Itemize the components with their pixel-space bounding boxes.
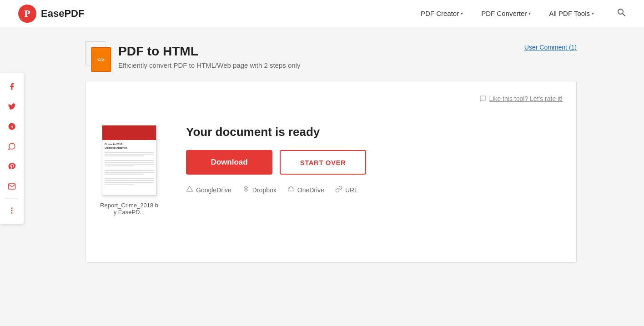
url-label: URL bbox=[345, 186, 358, 194]
conversion-panel: Like this tool? Let's rate it! Crime in … bbox=[86, 81, 577, 263]
twitter-icon bbox=[8, 102, 16, 110]
whatsapp-icon bbox=[8, 142, 16, 150]
url-icon bbox=[335, 186, 342, 195]
doc-thumb-header bbox=[102, 125, 156, 140]
page-header-left: PDF </> PDF to HTML Efficiently convert … bbox=[86, 41, 300, 72]
svg-line-3 bbox=[623, 14, 625, 16]
search-icon bbox=[617, 8, 626, 17]
main-content: PDF </> PDF to HTML Efficiently convert … bbox=[49, 27, 595, 276]
doc-thumb-line bbox=[105, 154, 154, 155]
rate-link-row: Like this tool? Let's rate it! bbox=[100, 95, 563, 102]
document-ready-section: Crime in 2018:Updated Analysis bbox=[100, 116, 563, 225]
facebook-icon bbox=[8, 82, 16, 90]
header: P EasePDF PDF Creator ▾ PDF Converter ▾ … bbox=[0, 0, 644, 27]
rate-link[interactable]: Like this tool? Let's rate it! bbox=[479, 95, 563, 102]
dropbox-icon-svg bbox=[242, 186, 250, 193]
doc-preview: Crime in 2018:Updated Analysis bbox=[100, 125, 159, 216]
nav-pdf-creator[interactable]: PDF Creator ▾ bbox=[421, 10, 463, 17]
html-file-icon: </> bbox=[91, 47, 111, 72]
save-to-onedrive[interactable]: OneDrive bbox=[287, 186, 324, 195]
dropbox-label: Dropbox bbox=[252, 186, 277, 194]
doc-thumb-line bbox=[105, 182, 154, 183]
page-header: PDF </> PDF to HTML Efficiently convert … bbox=[86, 41, 577, 72]
dropbox-icon bbox=[242, 186, 250, 195]
doc-thumb-line bbox=[105, 160, 154, 161]
doc-thumbnail: Crime in 2018:Updated Analysis bbox=[102, 125, 156, 196]
pinterest-icon bbox=[8, 162, 16, 171]
doc-thumb-line bbox=[105, 155, 144, 156]
social-sidebar: r/ bbox=[0, 73, 24, 224]
social-pinterest[interactable] bbox=[0, 156, 24, 176]
email-icon bbox=[8, 182, 16, 191]
google-drive-icon bbox=[186, 186, 193, 195]
social-whatsapp[interactable] bbox=[0, 136, 24, 156]
reddit-icon: r/ bbox=[8, 122, 16, 130]
google-drive-label: GoogleDrive bbox=[196, 186, 231, 194]
social-twitter[interactable] bbox=[0, 96, 24, 116]
nav-all-pdf-tools-label: All PDF Tools bbox=[549, 10, 590, 17]
page-subtitle: Efficiently convert PDF to HTML/Web page… bbox=[118, 61, 300, 69]
link-icon-svg bbox=[335, 186, 342, 193]
nav-pdf-converter[interactable]: PDF Converter ▾ bbox=[481, 10, 531, 17]
doc-thumb-body: Crime in 2018:Updated Analysis bbox=[102, 140, 156, 188]
save-to-dropbox[interactable]: Dropbox bbox=[242, 186, 277, 195]
ready-title: Your document is ready bbox=[186, 125, 563, 139]
doc-thumb-line bbox=[105, 180, 154, 181]
nav-all-pdf-tools[interactable]: All PDF Tools ▾ bbox=[549, 10, 594, 17]
svg-text:P: P bbox=[24, 8, 30, 19]
save-to-url[interactable]: URL bbox=[335, 186, 358, 195]
start-over-button[interactable]: START OVER bbox=[280, 150, 366, 175]
doc-thumb-line bbox=[105, 164, 154, 165]
social-facebook[interactable] bbox=[0, 76, 24, 96]
easepdf-logo-icon: P bbox=[18, 5, 36, 23]
search-button[interactable] bbox=[617, 8, 626, 19]
file-icon-container: PDF </> bbox=[86, 41, 111, 72]
svg-point-7 bbox=[11, 210, 13, 211]
social-email[interactable] bbox=[0, 176, 24, 196]
chevron-down-icon: ▾ bbox=[528, 11, 531, 16]
user-comment-link[interactable]: User Comment (1) bbox=[524, 44, 577, 51]
cloud-options: GoogleDrive Dropbox OneDrive bbox=[186, 186, 563, 195]
onedrive-icon-svg bbox=[287, 186, 295, 193]
svg-point-8 bbox=[11, 212, 13, 214]
doc-actions: Your document is ready Download START OV… bbox=[186, 125, 563, 195]
download-button[interactable]: Download bbox=[186, 150, 272, 175]
svg-point-2 bbox=[618, 9, 623, 14]
social-divider bbox=[5, 198, 19, 199]
save-to-google-drive[interactable]: GoogleDrive bbox=[186, 186, 231, 195]
social-more[interactable] bbox=[0, 201, 24, 221]
onedrive-icon bbox=[287, 186, 295, 195]
onedrive-label: OneDrive bbox=[297, 186, 324, 194]
main-nav: PDF Creator ▾ PDF Converter ▾ All PDF To… bbox=[421, 8, 626, 19]
logo-text: EasePDF bbox=[41, 8, 84, 20]
chevron-down-icon: ▾ bbox=[461, 11, 463, 16]
svg-point-6 bbox=[11, 207, 13, 209]
page-title-group: PDF to HTML Efficiently convert PDF to H… bbox=[118, 44, 300, 69]
doc-filename: Report_Crime_2018 by EasePD... bbox=[100, 202, 159, 216]
action-buttons: Download START OVER bbox=[186, 150, 563, 175]
rate-link-text: Like this tool? Let's rate it! bbox=[489, 95, 563, 102]
chevron-down-icon: ▾ bbox=[592, 11, 594, 16]
doc-thumb-line bbox=[105, 184, 134, 185]
nav-pdf-creator-label: PDF Creator bbox=[421, 10, 459, 17]
drive-icon-svg bbox=[186, 186, 193, 193]
comment-icon bbox=[479, 95, 487, 102]
doc-thumb-line bbox=[105, 172, 154, 173]
doc-thumb-line bbox=[105, 162, 154, 163]
doc-thumb-line bbox=[105, 178, 154, 179]
logo-link[interactable]: P EasePDF bbox=[18, 5, 84, 23]
doc-thumb-line bbox=[105, 170, 154, 171]
doc-thumb-line bbox=[105, 166, 134, 166]
doc-thumb-line bbox=[105, 174, 144, 175]
doc-thumb-title: Crime in 2018:Updated Analysis bbox=[105, 143, 154, 150]
more-icon bbox=[8, 206, 16, 215]
doc-thumb-line bbox=[105, 152, 154, 153]
social-reddit[interactable]: r/ bbox=[0, 116, 24, 136]
page-title: PDF to HTML bbox=[118, 44, 300, 59]
nav-pdf-converter-label: PDF Converter bbox=[481, 10, 527, 17]
